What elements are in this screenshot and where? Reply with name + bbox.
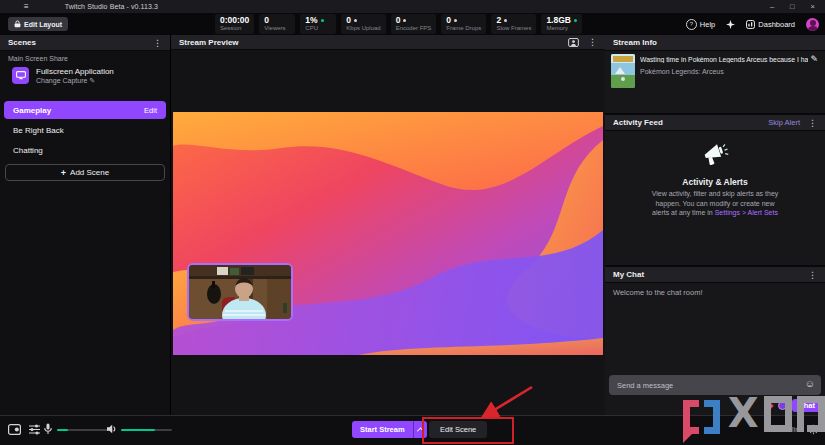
audio-mixer-icon[interactable] [29, 424, 40, 435]
stat-cpu: 1% CPU [300, 14, 336, 34]
status-dot [454, 19, 457, 22]
plus-icon: + [61, 168, 66, 178]
stream-preview-panel: Stream Preview ⋮ [171, 35, 605, 415]
edit-stream-info-icon[interactable]: ✎ [810, 54, 818, 64]
status-dot-green [321, 19, 324, 22]
speaker-icon[interactable] [107, 424, 117, 434]
preview-display-icon[interactable] [568, 38, 579, 47]
add-scene-button[interactable]: + Add Scene [5, 164, 165, 181]
whisper-sparkle-icon[interactable] [726, 20, 735, 29]
stream-preview-title: Stream Preview [179, 38, 239, 47]
preview-menu-icon[interactable]: ⋮ [588, 37, 597, 47]
scene-item-gameplay[interactable]: Gameplay Edit [4, 101, 166, 119]
speaker-volume-slider[interactable] [121, 429, 172, 431]
status-dot [504, 19, 507, 22]
activity-feed-panel: Activity Feed Skip Alert ⋮ Activity & [605, 115, 825, 265]
gear-icon[interactable] [808, 424, 819, 435]
minimize-button[interactable]: – [770, 2, 774, 11]
edit-layout-button[interactable]: Edit Layout [8, 17, 68, 31]
stream-info-panel: Stream Info Wasting time in Pokémon Lege… [605, 35, 825, 113]
titlebar: ≡ Twitch Studio Beta - v0.113.3 – □ × [0, 0, 825, 13]
close-button[interactable]: × [811, 2, 815, 11]
game-box-art [611, 54, 635, 88]
mic-volume-slider[interactable] [57, 429, 113, 431]
scenes-panel-title: Scenes [8, 38, 36, 47]
alert-settings-link[interactable]: Settings > Alert Sets [715, 209, 778, 216]
dashboard-icon [746, 20, 755, 29]
activity-feed-title-label: Activity Feed [613, 118, 663, 127]
chat-menu-icon[interactable]: ⋮ [808, 270, 817, 280]
stat-session: 0:00:00 Session [215, 14, 254, 34]
webcam-preview [187, 263, 293, 321]
video-toggle-icon[interactable] [8, 424, 21, 435]
chat-message-input[interactable] [609, 375, 821, 395]
source-title: Fullscreen Application [36, 67, 114, 76]
top-toolbar: Edit Layout 0:00:00 Session 0 Viewers 1%… [0, 13, 825, 35]
screen-capture-icon [12, 67, 29, 84]
stat-memory: 1.8GB Memory [541, 14, 582, 34]
stream-title: Wasting time in Pokémon Legends Arceus b… [640, 56, 808, 63]
bottom-bar: Start Stream Edit Scene Offline [0, 415, 825, 445]
microphone-icon[interactable] [44, 423, 52, 435]
menu-icon[interactable]: ≡ [24, 2, 29, 11]
my-chat-title-label: My Chat [613, 270, 644, 279]
stat-slow-frames: 2 Slow Frames [491, 14, 536, 34]
source-fullscreen-application[interactable]: Fullscreen Application Change Capture ✎ [12, 67, 162, 87]
scene-edit-button[interactable]: Edit [144, 106, 157, 115]
megaphone-icon [700, 141, 730, 169]
stream-category: Pokémon Legends: Arceus [640, 68, 724, 75]
scene-item-be-right-back[interactable]: Be Right Back [4, 121, 166, 139]
activity-feed-menu-icon[interactable]: ⋮ [808, 118, 817, 128]
pencil-icon: ✎ [89, 77, 95, 84]
chat-welcome-message: Welcome to the chat room! [613, 288, 702, 297]
help-button[interactable]: ? Help [686, 19, 715, 30]
window-title: Twitch Studio Beta - v0.113.3 [65, 3, 158, 10]
bits-icon[interactable]: ◆ [767, 402, 773, 410]
stream-status-label: Offline [783, 426, 803, 433]
stream-stats: 0:00:00 Session 0 Viewers 1% CPU 0 Kbps … [215, 14, 582, 34]
twitch-studio-window: ≡ Twitch Studio Beta - v0.113.3 – □ × Ed… [0, 0, 825, 445]
stat-viewers: 0 Viewers [259, 14, 295, 34]
status-dot [354, 19, 357, 22]
my-chat-panel: My Chat ⋮ Welcome to the chat room! ☺ ◆ … [605, 267, 825, 415]
scenes-menu-icon[interactable]: ⋮ [153, 38, 162, 48]
scene-group-label: Main Screen Share [8, 55, 68, 62]
skip-alert-button[interactable]: Skip Alert [768, 118, 800, 127]
stat-frame-drops: 0 Frame Drops [441, 14, 486, 34]
start-stream-button[interactable]: Start Stream [352, 421, 413, 438]
chat-badge-icon[interactable] [778, 401, 787, 410]
avatar[interactable] [806, 18, 819, 31]
stat-encoder-fps: 0 Encoder FPS [391, 14, 437, 34]
lock-icon [14, 20, 21, 28]
activity-empty-title: Activity & Alerts [605, 177, 825, 187]
change-capture-link[interactable]: Change Capture ✎ [36, 76, 114, 85]
dashboard-button[interactable]: Dashboard [746, 20, 795, 29]
maximize-button[interactable]: □ [790, 2, 795, 11]
chevron-up-icon[interactable] [413, 421, 427, 438]
stat-kbps-upload: 0 Kbps Upload [341, 14, 385, 34]
edit-scene-button[interactable]: Edit Scene [429, 421, 487, 438]
stream-info-title-label: Stream Info [613, 38, 657, 47]
activity-empty-text: View activity, filter and skip alerts as… [610, 189, 820, 218]
scene-item-chatting[interactable]: Chatting [4, 141, 166, 159]
scenes-panel: Scenes ⋮ Main Screen Share Fullscreen Ap… [0, 35, 171, 415]
help-icon: ? [686, 19, 697, 30]
status-dot-green [574, 19, 577, 22]
status-dot [403, 19, 406, 22]
emote-picker-icon[interactable]: ☺ [805, 379, 815, 389]
edit-layout-label: Edit Layout [24, 21, 62, 28]
chat-send-button[interactable]: Chat [792, 399, 821, 412]
